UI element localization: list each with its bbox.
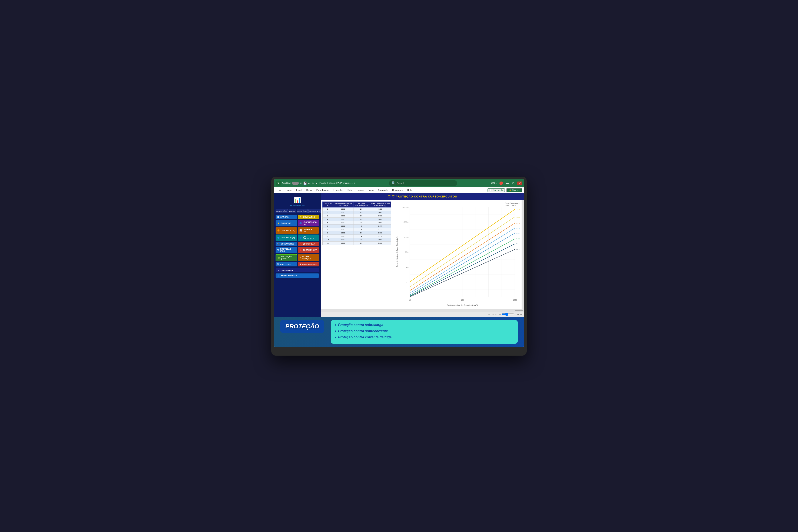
undo-icon[interactable]: ↩ xyxy=(308,182,311,185)
share-button[interactable]: 🔒 Share ▾ xyxy=(507,188,522,192)
nav-correcao-fp[interactable]: 🔴 CORREÇÃO FP xyxy=(298,247,319,253)
cell-current: 1000 xyxy=(333,234,354,238)
cell-section: 4 xyxy=(354,228,369,231)
nav-protecao[interactable]: 🛡 PROTEÇÃO xyxy=(276,262,297,266)
cell-section: 2.5 xyxy=(354,231,369,234)
nav-cargas[interactable]: ▦ CARGAS xyxy=(276,215,297,219)
nav-condut-lqt[interactable]: 🔷 CONDUT. (LQT) xyxy=(276,234,297,241)
page-view-icon[interactable]: ▭ xyxy=(492,313,494,316)
zoom-in-icon[interactable]: + xyxy=(515,313,516,316)
menu-page-layout[interactable]: Page Layout xyxy=(314,188,331,192)
circuitos-icon: ⚡ xyxy=(277,222,280,224)
right-scrollbar[interactable] xyxy=(521,200,524,309)
cell-time: 0.212 xyxy=(369,234,391,238)
nav-iluminacao[interactable]: 💡 ILUMINAÇÃO xyxy=(298,215,319,219)
cell-section: 2.5 xyxy=(354,214,369,217)
comments-button[interactable]: 💬 Comments xyxy=(488,188,505,192)
horizontal-scrollbar[interactable] xyxy=(321,309,524,312)
excel-icon: X xyxy=(276,181,281,186)
table-row: 10 1000 2.5 0.083 xyxy=(323,238,391,241)
report-button[interactable]: RELATÓRIO xyxy=(297,209,308,213)
clear-button[interactable]: LIMPAR xyxy=(288,209,296,213)
redo-icon[interactable]: ↪ xyxy=(312,182,315,185)
nav-qd-multifilar[interactable]: 🔵 QD MULTIFILAR xyxy=(298,234,319,241)
status-icons: ⊞ ▭ ⊡ xyxy=(488,313,497,316)
cell-current: 1000 xyxy=(333,217,354,221)
svg-text:Seção nominal do Condutor (mm²: Seção nominal do Condutor (mm²) xyxy=(447,304,477,306)
nav-condutores[interactable]: 🔌 CONDUTORES xyxy=(276,242,297,246)
cell-circuit: 6 xyxy=(323,224,333,228)
laptop-frame: X AutoSave Off 💾 ↩ ↪ ▾ Projeto Elétrico … xyxy=(271,177,527,356)
nav-protecao-pcc[interactable]: 🟢 PROTEÇÃO (PCC) xyxy=(276,254,297,261)
cell-current: 1000 xyxy=(333,228,354,231)
menu-view[interactable]: View xyxy=(367,188,375,192)
nav-circuitos[interactable]: ⚡ CIRCUITOS xyxy=(276,220,297,226)
nav-protecao-psc[interactable]: 🛡 PROTEÇÃO (PSC) xyxy=(276,247,297,253)
table-row: 1 1000 1.5 0.03 xyxy=(323,207,391,211)
svg-text:100: 100 xyxy=(461,299,464,301)
cargas-icon: ▦ xyxy=(277,216,279,218)
cell-circuit: 10 xyxy=(323,238,333,241)
nav-motor[interactable]: ⚙ MOTOR INDUÇÃO xyxy=(298,254,319,261)
menu-data[interactable]: Data xyxy=(346,188,354,192)
cell-section: 2.5 xyxy=(354,217,369,221)
budget-button[interactable]: ORÇAMENTO xyxy=(308,209,321,213)
cell-section: 2.5 xyxy=(354,221,369,224)
nav-condut-ccc[interactable]: 🔶 CONDUT. (CCC) xyxy=(276,227,297,234)
chart-legend: Temp. Regime co... Temp. Curto-ci... xyxy=(505,202,519,208)
cell-current: 1000 xyxy=(333,221,354,224)
zoom-level: 80 % xyxy=(517,313,521,316)
menu-automate[interactable]: Automate xyxy=(376,188,390,192)
cell-current: 1000 xyxy=(333,238,354,241)
cell-current: 1000 xyxy=(333,241,354,245)
save-icon[interactable]: 💾 xyxy=(303,182,307,185)
menu-home[interactable]: Home xyxy=(284,188,294,192)
maximize-button[interactable]: □ xyxy=(512,182,515,185)
menu-file[interactable]: File xyxy=(276,188,283,192)
scrollbar-thumb[interactable] xyxy=(515,310,523,311)
menu-insert[interactable]: Insert xyxy=(294,188,304,192)
zoom-slider[interactable] xyxy=(501,312,514,316)
search-input[interactable] xyxy=(397,182,455,185)
screen: X AutoSave Off 💾 ↩ ↪ ▾ Projeto Elétrico … xyxy=(274,179,524,347)
cell-section: 2.5 xyxy=(354,238,369,241)
instructions-button[interactable]: INSTRUÇÕES xyxy=(276,209,288,213)
autosave-toggle[interactable] xyxy=(292,182,299,185)
menu-draw[interactable]: Draw xyxy=(305,188,314,192)
cell-time: 0.212 xyxy=(369,228,391,231)
svg-text:10: 10 xyxy=(409,299,411,301)
cell-section: 2.5 xyxy=(354,241,369,245)
title-bar-left: X AutoSave Off 💾 ↩ ↪ ▾ xyxy=(276,181,317,186)
bottom-overlay: PROTEÇÃO Proteção contra sobrecarga Prot… xyxy=(274,317,524,347)
title-bar-right: Office — □ ✕ xyxy=(491,182,522,185)
menu-help[interactable]: Help xyxy=(405,188,414,192)
cell-circuit: 3 xyxy=(323,214,333,217)
table-row: 9 1000 4 0.212 xyxy=(323,234,391,238)
cell-current: 1000 xyxy=(333,224,354,228)
close-button[interactable]: ✕ xyxy=(517,182,522,185)
svg-text:1.000,0: 1.000,0 xyxy=(403,221,408,223)
menu-formulas[interactable]: Formulas xyxy=(332,188,345,192)
logo-icon: 📊 xyxy=(277,196,318,204)
file-title: Projeto Elétrico 4.2 (Premium).... ▾ xyxy=(319,182,355,185)
svg-text:8 ciclos: 8 ciclos xyxy=(516,227,520,229)
zoom-out-icon[interactable]: — xyxy=(499,313,501,316)
svg-text:16 cic...: 16 cic... xyxy=(516,232,520,234)
nav-eletrodutos[interactable]: ELETRODUTOS xyxy=(276,268,319,272)
office-dot xyxy=(499,182,503,185)
page-break-icon[interactable]: ⊡ xyxy=(495,313,497,316)
menu-developer[interactable]: Developer xyxy=(391,188,404,192)
cell-time: 0.477 xyxy=(369,224,391,228)
nav-ar-condicion[interactable]: ❄ AR CONDICION. xyxy=(298,262,319,266)
minimize-button[interactable]: — xyxy=(505,182,510,185)
menu-review[interactable]: Review xyxy=(355,188,366,192)
nav-qd-unifilar[interactable]: ❌ QD UNIFILAR xyxy=(298,242,319,246)
nav-localizacao[interactable]: 🌐 LOCALIZAÇÃO QD xyxy=(298,220,319,226)
nav-ramal[interactable]: 👤 RAMAL ENTRADA xyxy=(276,273,319,278)
nav-demanda[interactable]: 📊 DEMANDA COL. xyxy=(298,227,319,234)
menu-bar: File Home Insert Draw Page Layout Formul… xyxy=(274,187,524,193)
cell-circuit: 1 xyxy=(323,207,333,211)
grid-view-icon[interactable]: ⊞ xyxy=(488,313,490,316)
cell-circuit: 7 xyxy=(323,228,333,231)
dropdown-icon[interactable]: ▾ xyxy=(316,182,317,185)
